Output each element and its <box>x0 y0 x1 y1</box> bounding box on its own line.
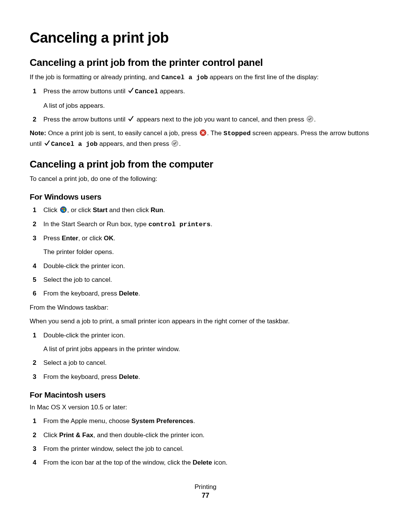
bold-run: Run <box>151 206 163 214</box>
list-item: 3 From the printer window, select the jo… <box>30 444 381 454</box>
footer-chapter: Printing <box>30 483 381 491</box>
note-paragraph: Note: Once a print job is sent, to easil… <box>30 128 381 149</box>
text: . <box>210 220 212 228</box>
checkmark-icon <box>128 115 134 122</box>
list-item: 3 From the keyboard, press Delete. <box>30 372 381 382</box>
text: If the job is formatting or already prin… <box>30 73 161 81</box>
intro-control-panel: If the job is formatting or already prin… <box>30 72 381 83</box>
heading-windows: For Windows users <box>30 192 381 201</box>
text: Select the job to cancel. <box>43 276 112 283</box>
bold-enter: Enter <box>62 235 78 242</box>
step-number: 1 <box>33 331 36 340</box>
mac-intro: In Mac OS X version 10.5 or later: <box>30 403 381 412</box>
text: , and then double-click the printer icon… <box>93 431 204 439</box>
list-item: 4 From the icon bar at the top of the wi… <box>30 458 381 468</box>
bold-delete: Delete <box>119 290 138 297</box>
step-number: 5 <box>33 275 36 285</box>
page-title: Canceling a print job <box>30 30 381 46</box>
text: icon. <box>212 459 228 466</box>
step-number: 2 <box>33 430 36 440</box>
step-number: 1 <box>33 205 36 215</box>
step-number: 3 <box>33 372 36 382</box>
steps-control-panel: 1 Press the arrow buttons until Cancel a… <box>30 86 381 125</box>
list-item: 6 From the keyboard, press Delete. <box>30 289 381 299</box>
text: Click <box>43 206 59 214</box>
svg-rect-4 <box>62 208 63 209</box>
text: appears on the first line of the display… <box>208 73 319 81</box>
bold-start: Start <box>93 206 108 214</box>
mono-cancel-a-job: Cancel a job <box>51 141 97 148</box>
text: Double-click the printer icon. <box>43 262 125 270</box>
checkmark-icon <box>128 87 134 94</box>
text: . <box>138 290 140 297</box>
step-number: 2 <box>33 219 36 229</box>
windows-start-orb-icon <box>60 206 67 213</box>
text: . The <box>207 129 223 137</box>
list-item: 5 Select the job to cancel. <box>30 275 381 285</box>
list-item: 3 Press Enter, or click OK. The printer … <box>30 233 381 257</box>
svg-point-3 <box>60 207 66 213</box>
step-number: 1 <box>33 86 36 96</box>
taskbar-intro: From the Windows taskbar: <box>30 303 381 313</box>
steps-mac: 1 From the Apple menu, choose System Pre… <box>30 416 381 468</box>
step-number: 1 <box>33 416 36 426</box>
text: , or click <box>67 206 93 214</box>
step-number: 3 <box>33 444 36 454</box>
text: Once a print job is sent, to easily canc… <box>48 129 199 137</box>
sub-text: A list of jobs appears. <box>43 101 381 111</box>
text: Select a job to cancel. <box>43 359 107 366</box>
step-number: 4 <box>33 458 36 468</box>
text: Click <box>43 431 59 439</box>
step-number: 3 <box>33 233 36 243</box>
text: From the printer window, select the job … <box>43 445 184 452</box>
bold-system-preferences: System Preferences <box>132 417 194 425</box>
text: Press the arrow buttons until <box>43 88 127 95</box>
text: , or click <box>78 235 104 242</box>
ok-button-icon <box>172 140 178 147</box>
list-item: 2 Press the arrow buttons until appears … <box>30 115 381 125</box>
text: . <box>193 417 195 425</box>
svg-rect-7 <box>64 210 65 211</box>
list-item: 1 Double-click the printer icon. A list … <box>30 331 381 355</box>
text: In the Start Search or Run box, type <box>43 220 148 228</box>
taskbar-desc: When you send a job to print, a small pr… <box>30 316 381 326</box>
sub-text: The printer folder opens. <box>43 247 381 257</box>
svg-rect-6 <box>62 210 63 211</box>
heading-control-panel: Canceling a print job from the printer c… <box>30 57 381 69</box>
steps-taskbar: 1 Double-click the printer icon. A list … <box>30 331 381 382</box>
step-number: 2 <box>33 115 36 125</box>
page-footer: Printing 77 <box>30 483 381 500</box>
bold-ok: OK <box>104 235 114 242</box>
stop-button-icon <box>200 129 206 136</box>
checkmark-icon <box>44 140 50 147</box>
text: From the keyboard, press <box>43 373 119 380</box>
list-item: 1 From the Apple menu, choose System Pre… <box>30 416 381 426</box>
mono-stopped: Stopped <box>223 130 250 137</box>
text: . <box>179 140 181 147</box>
mono-cancel-a-job: Cancel a job <box>161 74 208 81</box>
text: Double-click the printer icon. <box>43 332 125 339</box>
steps-windows: 1 Click , or click Start and then click … <box>30 205 381 299</box>
text: From the keyboard, press <box>43 290 119 297</box>
text: . <box>138 373 140 380</box>
text: From the icon bar at the top of the wind… <box>43 459 193 466</box>
text: Press the arrow buttons until <box>43 116 127 123</box>
list-item: 2 Select a job to cancel. <box>30 358 381 368</box>
list-item: 1 Click , or click Start and then click … <box>30 205 381 215</box>
text: appears, and then press <box>97 140 171 147</box>
note-label: Note: <box>30 129 48 137</box>
text: appears next to the job you want to canc… <box>135 116 306 123</box>
step-number: 2 <box>33 358 36 368</box>
ok-button-icon <box>307 116 313 122</box>
text: Press <box>43 235 62 242</box>
text: . <box>163 206 165 214</box>
list-item: 1 Press the arrow buttons until Cancel a… <box>30 86 381 111</box>
svg-rect-5 <box>64 208 65 209</box>
mono-cancel: Cancel <box>135 88 158 95</box>
text: . <box>113 235 115 242</box>
sub-text: A list of print jobs appears in the prin… <box>43 344 381 354</box>
text: From the Apple menu, choose <box>43 417 132 425</box>
intro-computer: To cancel a print job, do one of the fol… <box>30 174 381 184</box>
bold-print-fax: Print & Fax <box>59 431 94 439</box>
list-item: 4 Double-click the printer icon. <box>30 261 381 271</box>
